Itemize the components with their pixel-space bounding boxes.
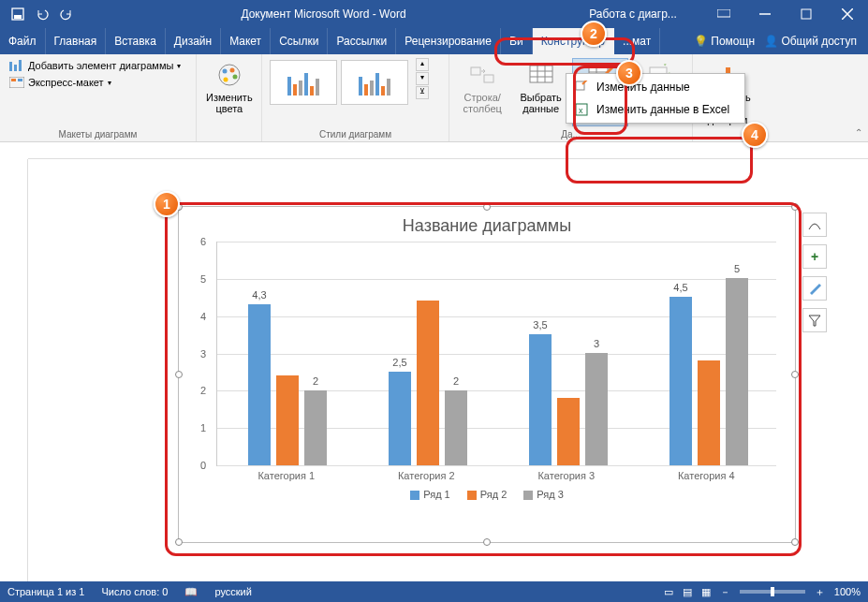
zoom-out-button[interactable]: － xyxy=(720,585,730,599)
group-label-layouts: Макеты диаграмм xyxy=(6,127,190,139)
minimize-button[interactable] xyxy=(744,0,786,28)
tab-references[interactable]: Ссылки xyxy=(271,28,328,54)
switch-row-col-button: Строка/ столбец xyxy=(455,58,509,116)
svg-rect-19 xyxy=(484,75,493,82)
gallery-down-icon[interactable]: ▾ xyxy=(416,72,429,85)
redo-button[interactable] xyxy=(56,4,77,24)
undo-button[interactable] xyxy=(32,4,52,24)
chart-tools-title: Работа с диагр... xyxy=(563,7,703,21)
callout-2: 2 xyxy=(581,21,607,47)
chart-legend[interactable]: Ряд 1Ряд 2Ряд 3 xyxy=(179,481,795,500)
callout-3: 3 xyxy=(616,60,642,86)
zoom-in-button[interactable]: ＋ xyxy=(815,585,825,599)
bar[interactable] xyxy=(698,360,720,465)
svg-rect-9 xyxy=(19,60,22,71)
svg-rect-10 xyxy=(9,77,24,88)
style-thumb-1[interactable] xyxy=(270,60,337,105)
status-word-count[interactable]: Число слов: 0 xyxy=(101,586,168,597)
svg-text:x: x xyxy=(579,106,583,115)
legend-item[interactable]: Ряд 2 xyxy=(467,489,508,500)
chart-filters-icon[interactable] xyxy=(802,308,827,332)
view-web-icon[interactable]: ▦ xyxy=(701,586,711,598)
switch-icon xyxy=(467,60,497,90)
ribbon-options-icon[interactable] xyxy=(703,0,744,28)
tab-mailings[interactable]: Рассылки xyxy=(328,28,396,54)
palette-icon xyxy=(214,60,244,90)
bar[interactable]: 2,5 xyxy=(389,372,411,465)
category-label: Категория 1 xyxy=(216,470,357,481)
tab-file[interactable]: Файл xyxy=(0,28,46,54)
document-area[interactable]: Название диаграммы 01234564,322,523,534,… xyxy=(28,159,849,581)
svg-point-17 xyxy=(223,78,228,82)
status-language[interactable]: русский xyxy=(214,586,251,597)
tab-view[interactable]: Ви xyxy=(501,28,533,54)
quick-layout-icon xyxy=(9,77,24,88)
ribbon-tabs: Файл Главная Вставка Дизайн Макет Ссылки… xyxy=(0,28,868,54)
close-button[interactable] xyxy=(827,0,868,28)
zoom-level[interactable]: 100% xyxy=(834,586,861,597)
tell-me[interactable]: 💡 Помощн xyxy=(694,35,755,48)
chart-object[interactable]: Название диаграммы 01234564,322,523,534,… xyxy=(178,206,796,543)
tab-review[interactable]: Рецензирование xyxy=(396,28,501,54)
share-button[interactable]: 👤 Общий доступ xyxy=(764,35,857,48)
chart-styles-gallery[interactable] xyxy=(268,58,410,107)
view-read-icon[interactable]: ▭ xyxy=(664,586,673,598)
bar[interactable] xyxy=(557,398,580,465)
legend-item[interactable]: Ряд 3 xyxy=(523,489,564,500)
gallery-up-icon[interactable]: ▴ xyxy=(416,58,429,71)
layout-options-icon[interactable] xyxy=(802,213,827,237)
maximize-button[interactable] xyxy=(786,0,827,28)
quick-layout-button[interactable]: Экспресс-макет ▾ xyxy=(6,75,115,90)
chart-elements-icon[interactable]: + xyxy=(802,244,827,269)
vertical-ruler[interactable] xyxy=(11,159,28,581)
svg-point-14 xyxy=(222,69,227,74)
tab-chart-format[interactable]: ...мат xyxy=(614,28,660,54)
status-spellcheck-icon[interactable]: 📖 xyxy=(184,586,198,598)
collapse-ribbon-icon[interactable]: ⌃ xyxy=(855,127,862,138)
category-label: Категория 3 xyxy=(496,470,637,481)
add-element-icon xyxy=(9,60,24,71)
bar[interactable]: 2 xyxy=(304,390,327,465)
bar[interactable]: 3,5 xyxy=(529,334,552,465)
svg-rect-11 xyxy=(11,79,16,81)
horizontal-ruler[interactable] xyxy=(28,142,868,159)
mini-edit-icon xyxy=(574,80,589,95)
svg-point-15 xyxy=(229,68,234,73)
svg-rect-18 xyxy=(471,67,480,75)
plot-area[interactable]: 01234564,322,523,534,55 xyxy=(216,242,776,466)
bar[interactable]: 3 xyxy=(585,353,608,465)
bar[interactable]: 5 xyxy=(726,278,748,465)
svg-rect-1 xyxy=(14,15,22,19)
bar[interactable] xyxy=(417,301,439,465)
select-data-button[interactable]: Выбрать данные xyxy=(513,58,567,116)
save-button[interactable] xyxy=(7,4,28,24)
menu-edit-data-excel[interactable]: x Изменить данные в Excel xyxy=(568,98,743,121)
edit-data-dropdown: Изменить данные x Изменить данные в Exce… xyxy=(566,73,745,124)
tab-design[interactable]: Дизайн xyxy=(166,28,221,54)
tab-home[interactable]: Главная xyxy=(46,28,107,54)
gallery-more-icon[interactable]: ⊻ xyxy=(416,86,429,99)
svg-point-13 xyxy=(219,65,240,85)
bar[interactable]: 4,3 xyxy=(248,304,271,465)
bar[interactable]: 2 xyxy=(445,390,467,465)
callout-1: 1 xyxy=(154,191,180,217)
chart-title[interactable]: Название диаграммы xyxy=(179,207,795,242)
style-thumb-2[interactable] xyxy=(341,60,408,105)
change-colors-button[interactable]: Изменить цвета xyxy=(202,58,257,116)
bar[interactable] xyxy=(276,375,299,465)
zoom-slider[interactable] xyxy=(740,590,805,594)
tab-layout[interactable]: Макет xyxy=(221,28,271,54)
bar[interactable]: 4,5 xyxy=(669,297,692,465)
svg-rect-7 xyxy=(9,62,12,71)
window-title: Документ Microsoft Word - Word xyxy=(241,7,405,21)
view-print-icon[interactable]: ▤ xyxy=(683,586,692,598)
svg-rect-12 xyxy=(18,79,22,81)
title-bar: Документ Microsoft Word - Word Работа с … xyxy=(0,0,868,28)
legend-item[interactable]: Ряд 1 xyxy=(410,489,450,500)
add-chart-element-button[interactable]: Добавить элемент диаграммы ▾ xyxy=(6,58,184,73)
chart-styles-icon[interactable] xyxy=(802,276,827,301)
status-page[interactable]: Страница 1 из 1 xyxy=(7,586,84,597)
tab-insert[interactable]: Вставка xyxy=(106,28,166,54)
callout-4: 4 xyxy=(742,122,768,148)
menu-edit-data[interactable]: Изменить данные xyxy=(568,76,743,98)
